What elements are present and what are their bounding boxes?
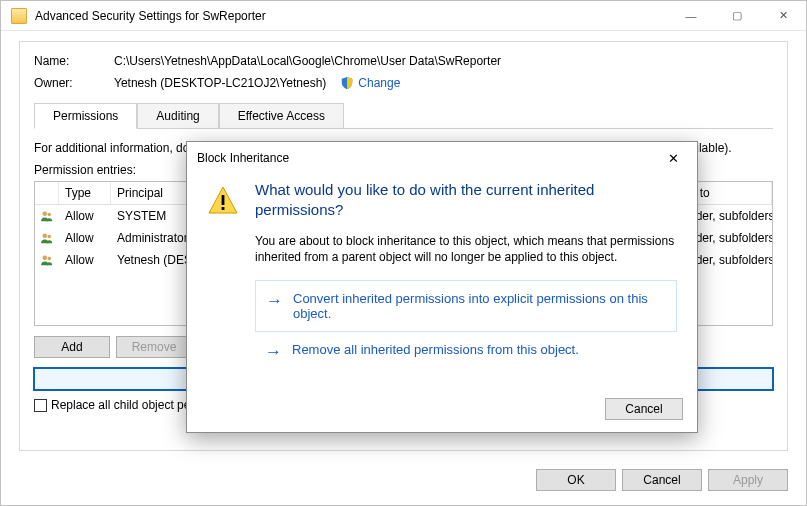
folder-icon xyxy=(11,8,27,24)
option-convert-label: Convert inherited permissions into expli… xyxy=(293,291,666,321)
svg-rect-7 xyxy=(222,207,225,210)
add-button[interactable]: Add xyxy=(34,336,110,358)
dialog-titlebar: Block Inheritance ✕ xyxy=(187,142,697,174)
remove-button[interactable]: Remove xyxy=(116,336,192,358)
svg-point-5 xyxy=(47,257,51,261)
user-icon xyxy=(41,253,53,267)
warning-icon xyxy=(207,184,239,216)
name-row: Name: C:\Users\Yetnesh\AppData\Local\Goo… xyxy=(34,54,773,68)
window-footer: OK Cancel Apply xyxy=(1,459,806,505)
dialog-footer: Cancel xyxy=(187,392,697,432)
svg-rect-6 xyxy=(222,195,225,205)
user-icon xyxy=(41,231,53,245)
svg-point-0 xyxy=(43,212,48,217)
tab-auditing[interactable]: Auditing xyxy=(137,103,218,129)
maximize-button[interactable]: ▢ xyxy=(714,1,760,31)
owner-value: Yetnesh (DESKTOP-LC21OJ2\Yetnesh) xyxy=(114,76,326,90)
dialog-explain: You are about to block inheritance to th… xyxy=(255,233,677,267)
option-remove[interactable]: → Remove all inherited permissions from … xyxy=(255,332,677,370)
apply-button[interactable]: Apply xyxy=(708,469,788,491)
titlebar: Advanced Security Settings for SwReporte… xyxy=(1,1,806,31)
owner-row: Owner: Yetnesh (DESKTOP-LC21OJ2\Yetnesh)… xyxy=(34,76,773,90)
option-remove-label: Remove all inherited permissions from th… xyxy=(292,342,579,357)
dialog-cancel-button[interactable]: Cancel xyxy=(605,398,683,420)
window-controls: — ▢ ✕ xyxy=(668,1,806,31)
owner-label: Owner: xyxy=(34,76,114,90)
svg-point-4 xyxy=(43,256,48,261)
change-owner-link[interactable]: Change xyxy=(358,76,400,90)
option-convert[interactable]: → Convert inherited permissions into exp… xyxy=(255,280,677,332)
svg-point-2 xyxy=(43,234,48,239)
user-icon xyxy=(41,209,53,223)
close-button[interactable]: ✕ xyxy=(760,1,806,31)
cancel-button[interactable]: Cancel xyxy=(622,469,702,491)
window-title: Advanced Security Settings for SwReporte… xyxy=(35,9,266,23)
ok-button[interactable]: OK xyxy=(536,469,616,491)
col-type-header[interactable]: Type xyxy=(59,182,111,204)
svg-point-3 xyxy=(47,235,51,239)
block-inheritance-dialog: Block Inheritance ✕ What would you like … xyxy=(186,141,698,433)
tabstrip: Permissions Auditing Effective Access xyxy=(34,102,773,128)
minimize-button[interactable]: — xyxy=(668,1,714,31)
dialog-close-button[interactable]: ✕ xyxy=(659,148,687,168)
arrow-icon: → xyxy=(266,292,283,309)
tab-permissions[interactable]: Permissions xyxy=(34,103,137,129)
svg-point-1 xyxy=(47,213,51,217)
tab-effective-access[interactable]: Effective Access xyxy=(219,103,344,129)
dialog-question: What would you like to do with the curre… xyxy=(255,180,677,221)
dialog-title-text: Block Inheritance xyxy=(197,151,289,165)
replace-checkbox[interactable] xyxy=(34,399,47,412)
dialog-body: What would you like to do with the curre… xyxy=(187,174,697,392)
arrow-icon: → xyxy=(265,343,282,360)
name-value: C:\Users\Yetnesh\AppData\Local\Google\Ch… xyxy=(114,54,501,68)
shield-icon xyxy=(340,76,354,90)
name-label: Name: xyxy=(34,54,114,68)
